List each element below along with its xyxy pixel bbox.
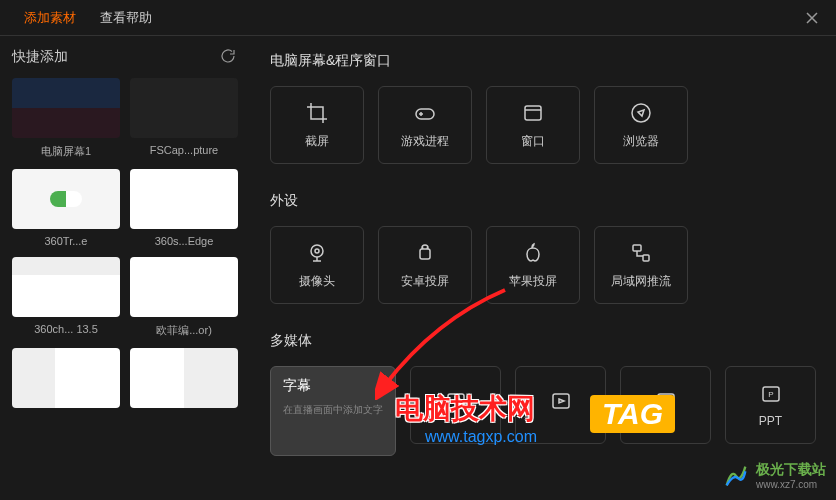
card-desc: 在直播画面中添加文字 xyxy=(283,403,383,417)
network-icon xyxy=(629,241,653,265)
svg-rect-10 xyxy=(658,394,674,408)
quick-item[interactable]: 电脑屏幕1 xyxy=(12,78,120,159)
quick-item[interactable]: 360Tr...e xyxy=(12,169,120,247)
card-game[interactable]: 游戏进程 xyxy=(378,86,472,164)
card-android[interactable]: 安卓投屏 xyxy=(378,226,472,304)
quick-item[interactable] xyxy=(12,348,120,414)
card-camera[interactable]: 摄像头 xyxy=(270,226,364,304)
thumbnail xyxy=(130,169,238,229)
card-label: 字幕 xyxy=(283,377,311,395)
thumb-label: FSCap...pture xyxy=(130,144,238,156)
thumb-label: 360Tr...e xyxy=(12,235,120,247)
svg-rect-7 xyxy=(643,255,649,261)
refresh-icon xyxy=(220,48,236,64)
svg-rect-6 xyxy=(633,245,641,251)
card-label: 苹果投屏 xyxy=(509,273,557,290)
svg-point-2 xyxy=(632,104,650,122)
thumbnail xyxy=(12,78,120,138)
compass-icon xyxy=(629,101,653,125)
card-ppt[interactable]: P PPT xyxy=(725,366,816,444)
thumbnail xyxy=(130,78,238,138)
svg-point-3 xyxy=(311,245,323,257)
card-label: PPT xyxy=(759,414,782,428)
card-label: 窗口 xyxy=(521,133,545,150)
card-window[interactable]: 窗口 xyxy=(486,86,580,164)
card-label: 游戏进程 xyxy=(401,133,449,150)
svg-rect-1 xyxy=(525,106,541,120)
svg-rect-0 xyxy=(416,109,434,119)
content-area: 电脑屏幕&程序窗口 截屏 游戏进程 窗口 浏览器 外设 摄像头 xyxy=(250,36,836,500)
thumbnail xyxy=(130,348,238,408)
crop-icon xyxy=(305,101,329,125)
quick-item[interactable]: 欧菲编...or) xyxy=(130,257,238,338)
ppt-icon: P xyxy=(759,382,783,406)
sidebar: 快捷添加 电脑屏幕1 FSCap...pture 360Tr...e 360s.… xyxy=(0,36,250,500)
quick-item[interactable]: 360ch... 13.5 xyxy=(12,257,120,338)
thumbnail xyxy=(12,169,120,229)
thumb-label: 电脑屏幕1 xyxy=(12,144,120,159)
play-icon xyxy=(654,389,678,413)
webcam-icon xyxy=(305,241,329,265)
thumb-label: 360ch... 13.5 xyxy=(12,323,120,335)
quick-item[interactable]: 360s...Edge xyxy=(130,169,238,247)
video-icon xyxy=(549,389,573,413)
card-apple[interactable]: 苹果投屏 xyxy=(486,226,580,304)
card-media-3[interactable] xyxy=(620,366,711,444)
svg-text:P: P xyxy=(768,390,773,399)
tab-add-material[interactable]: 添加素材 xyxy=(12,9,88,27)
sidebar-title: 快捷添加 xyxy=(12,48,68,66)
thumbnail xyxy=(130,257,238,317)
refresh-button[interactable] xyxy=(220,48,238,66)
card-subtitle[interactable]: 字幕 在直播画面中添加文字 xyxy=(270,366,396,456)
apple-icon xyxy=(521,241,545,265)
card-label: 安卓投屏 xyxy=(401,273,449,290)
card-screenshot[interactable]: 截屏 xyxy=(270,86,364,164)
thumbnail xyxy=(12,257,120,317)
section-title-screen: 电脑屏幕&程序窗口 xyxy=(270,52,816,70)
quick-item[interactable] xyxy=(130,348,238,414)
thumb-label: 360s...Edge xyxy=(130,235,238,247)
close-icon xyxy=(806,12,818,24)
android-icon xyxy=(413,241,437,265)
close-button[interactable] xyxy=(800,6,824,30)
thumbnail xyxy=(12,348,120,408)
window-icon xyxy=(521,101,545,125)
svg-point-4 xyxy=(315,249,319,253)
thumb-label: 欧菲编...or) xyxy=(130,323,238,338)
card-label: 截屏 xyxy=(305,133,329,150)
tab-help[interactable]: 查看帮助 xyxy=(88,9,164,27)
card-label: 摄像头 xyxy=(299,273,335,290)
card-label: 浏览器 xyxy=(623,133,659,150)
quick-item[interactable]: FSCap...pture xyxy=(130,78,238,159)
card-media-2[interactable] xyxy=(515,366,606,444)
section-title-multimedia: 多媒体 xyxy=(270,332,816,350)
gamepad-icon xyxy=(413,101,437,125)
svg-rect-5 xyxy=(420,249,430,259)
card-media-1[interactable] xyxy=(410,366,501,444)
card-browser[interactable]: 浏览器 xyxy=(594,86,688,164)
svg-rect-9 xyxy=(553,394,569,408)
section-title-peripheral: 外设 xyxy=(270,192,816,210)
chart-icon xyxy=(444,389,468,413)
card-label: 局域网推流 xyxy=(611,273,671,290)
card-lan[interactable]: 局域网推流 xyxy=(594,226,688,304)
